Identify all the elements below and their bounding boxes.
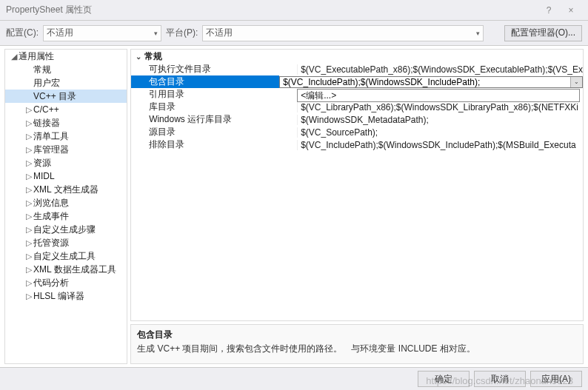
expand-icon[interactable]: ▷ — [24, 172, 33, 181]
tree-item[interactable]: ▷XML 文档生成器 — [5, 183, 127, 196]
ok-button[interactable]: 确定 — [418, 371, 470, 387]
tree-item[interactable]: 用户宏 — [5, 76, 127, 90]
tree-item-label: 浏览信息 — [33, 197, 69, 209]
property-name: 库目录 — [149, 101, 297, 113]
property-value[interactable]: $(VC_ExecutablePath_x86);$(WindowsSDK_Ex… — [297, 64, 583, 75]
property-row[interactable]: Windows 运行库目录$(WindowsSDK_MetadataPath); — [131, 113, 583, 126]
footer: 确定 取消 应用(A) — [0, 367, 588, 390]
tree-item[interactable]: ▷C/C++ — [5, 103, 127, 116]
expand-icon[interactable]: ▷ — [24, 158, 33, 168]
tree-item[interactable]: ▷资源 — [5, 156, 127, 169]
property-row[interactable]: 库目录$(VC_LibraryPath_x86);$(WindowsSDK_Li… — [131, 101, 583, 113]
property-value[interactable]: $(VC_IncludePath);$(WindowsSDK_IncludePa… — [297, 140, 583, 150]
tree-item-label: C/C++ — [33, 104, 59, 115]
tree-item-label: MIDL — [33, 171, 55, 181]
tree-item-label: 代码分析 — [33, 277, 69, 289]
property-row[interactable]: 可执行文件目录$(VC_ExecutablePath_x86);$(Window… — [131, 63, 583, 75]
expand-icon[interactable]: ▷ — [24, 238, 33, 248]
tree-item[interactable]: ▷链接器 — [5, 116, 127, 130]
apply-button[interactable]: 应用(A) — [530, 371, 582, 387]
tree-item-label: 自定义生成步骤 — [33, 223, 96, 236]
expand-icon[interactable]: ▷ — [24, 118, 33, 128]
platform-combo[interactable]: 不适用 ▾ — [202, 25, 484, 41]
property-name: 引用目录 — [149, 88, 297, 101]
config-combo[interactable]: 不适用 ▾ — [43, 25, 161, 41]
group-header[interactable]: ⌄ 常规 — [131, 50, 583, 63]
tree-item-label: 资源 — [33, 157, 51, 169]
property-value[interactable]: $(VC_IncludePath);$(WindowsSDK_IncludePa… — [279, 76, 583, 88]
tree-item-label: VC++ 目录 — [33, 90, 76, 103]
tree-item[interactable]: VC++ 目录 — [5, 90, 127, 103]
tree-item[interactable]: ▷XML 数据生成器工具 — [5, 263, 127, 276]
tree-root[interactable]: ◢ 通用属性 — [5, 50, 127, 63]
tree-item[interactable]: ▷自定义生成步骤 — [5, 223, 127, 236]
tree-item-label: XML 文档生成器 — [33, 184, 98, 196]
description-text: 生成 VC++ 项目期间，搜索包含文件时使用的路径。 与环境变量 INCLUDE… — [137, 343, 577, 355]
nav-tree[interactable]: ◢ 通用属性 常规用户宏VC++ 目录▷C/C++▷链接器▷清单工具▷库管理器▷… — [4, 49, 127, 364]
tree-item[interactable]: ▷MIDL — [5, 169, 127, 183]
tree-item[interactable]: ▷生成事件 — [5, 209, 127, 223]
main: ◢ 通用属性 常规用户宏VC++ 目录▷C/C++▷链接器▷清单工具▷库管理器▷… — [0, 46, 588, 367]
expand-icon[interactable]: ▷ — [24, 252, 33, 261]
chevron-down-icon: ▾ — [154, 30, 158, 37]
property-value[interactable]: $(VC_LibraryPath_x86);$(WindowsSDK_Libra… — [297, 102, 583, 112]
edit-dropdown-label: <编辑...> — [301, 90, 336, 102]
tree-item-label: 常规 — [33, 64, 51, 76]
tree-item-label: XML 数据生成器工具 — [33, 263, 116, 276]
description-panel: 包含目录 生成 VC++ 项目期间，搜索包含文件时使用的路径。 与环境变量 IN… — [130, 324, 584, 364]
tree-item[interactable]: ▷HLSL 编译器 — [5, 289, 127, 303]
titlebar: PropertySheet 属性页 ? × — [0, 0, 588, 21]
config-manager-button[interactable]: 配置管理器(O)... — [504, 25, 582, 41]
tree-item[interactable]: ▷库管理器 — [5, 143, 127, 156]
property-row[interactable]: 包含目录$(VC_IncludePath);$(WindowsSDK_Inclu… — [131, 75, 583, 88]
tree-item-label: 链接器 — [33, 117, 60, 130]
expand-icon[interactable]: ▷ — [24, 198, 33, 208]
tree-item[interactable]: ▷自定义生成工具 — [5, 249, 127, 263]
expand-icon[interactable]: ▷ — [24, 278, 33, 288]
expand-icon[interactable]: ▷ — [24, 132, 33, 141]
tree-root-label: 通用属性 — [19, 50, 54, 63]
expand-icon[interactable]: ▷ — [24, 185, 33, 195]
collapse-icon[interactable]: ◢ — [10, 52, 19, 61]
tree-item[interactable]: ▷浏览信息 — [5, 196, 127, 209]
tree-item-label: 托管资源 — [33, 237, 69, 249]
cancel-button[interactable]: 取消 — [474, 371, 526, 387]
platform-value: 不适用 — [206, 27, 233, 39]
chevron-down-icon: ▾ — [476, 30, 480, 37]
tree-item-label: 用户宏 — [33, 77, 60, 90]
platform-label: 平台(P): — [166, 27, 198, 39]
expand-icon[interactable]: ▷ — [24, 105, 33, 115]
property-value[interactable]: $(WindowsSDK_MetadataPath); — [297, 115, 583, 125]
collapse-icon[interactable]: ⌄ — [136, 53, 144, 61]
close-icon[interactable]: × — [560, 5, 582, 16]
tree-item-label: 自定义生成工具 — [33, 250, 96, 263]
toolbar: 配置(C): 不适用 ▾ 平台(P): 不适用 ▾ 配置管理器(O)... — [0, 21, 588, 46]
tree-item[interactable]: ▷代码分析 — [5, 276, 127, 289]
expand-icon[interactable]: ▷ — [24, 145, 33, 155]
tree-item-label: HLSL 编译器 — [33, 290, 84, 303]
property-name: 排除目录 — [149, 138, 297, 151]
tree-item-label: 生成事件 — [33, 210, 69, 223]
expand-icon[interactable]: ▷ — [24, 265, 33, 275]
help-icon[interactable]: ? — [538, 5, 560, 16]
edit-dropdown-item[interactable]: <编辑...> — [297, 89, 580, 102]
tree-item[interactable]: ▷清单工具 — [5, 130, 127, 143]
property-value[interactable]: $(VC_SourcePath); — [297, 127, 583, 138]
tree-item[interactable]: ▷托管资源 — [5, 236, 127, 249]
property-name: 源目录 — [149, 126, 297, 138]
description-title: 包含目录 — [137, 329, 577, 341]
tree-item[interactable]: 常规 — [5, 63, 127, 76]
property-name: 可执行文件目录 — [149, 63, 297, 75]
property-row[interactable]: 源目录$(VC_SourcePath); — [131, 126, 583, 138]
config-value: 不适用 — [47, 27, 73, 39]
chevron-down-icon[interactable]: ⌄ — [570, 77, 582, 87]
expand-icon[interactable]: ▷ — [24, 212, 33, 221]
property-row[interactable]: 排除目录$(VC_IncludePath);$(WindowsSDK_Inclu… — [131, 138, 583, 151]
window-title: PropertySheet 属性页 — [6, 4, 538, 16]
property-name: 包含目录 — [131, 75, 279, 88]
tree-item-label: 库管理器 — [33, 144, 69, 156]
expand-icon[interactable]: ▷ — [24, 292, 33, 301]
property-grid[interactable]: ⌄ 常规 可执行文件目录$(VC_ExecutablePath_x86);$(W… — [130, 49, 584, 321]
tree-item-label: 清单工具 — [33, 130, 69, 143]
expand-icon[interactable]: ▷ — [24, 225, 33, 235]
